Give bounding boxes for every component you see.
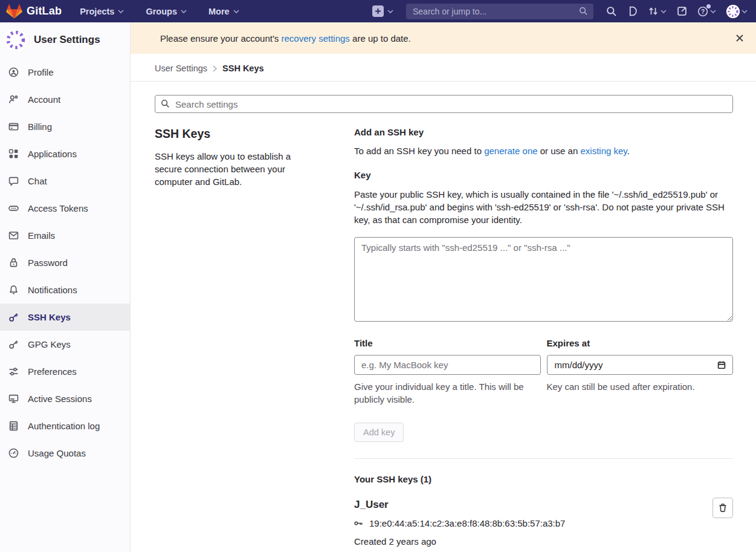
avatar — [726, 5, 740, 18]
key-label: Key — [354, 170, 733, 180]
chevron-down-icon — [741, 10, 748, 13]
chevron-down-icon — [710, 10, 716, 13]
add-ssh-key-intro: To add an SSH key you need to generate o… — [354, 146, 733, 156]
sidebar-item-chat[interactable]: Chat — [0, 167, 130, 195]
breadcrumb-current: SSH Keys — [222, 63, 264, 73]
sidebar-item-usage-quotas[interactable]: Usage Quotas — [0, 440, 130, 467]
key-icon — [8, 312, 19, 322]
sidebar-title: User Settings — [34, 34, 100, 46]
page-description: SSH keys allow you to establish a secure… — [155, 150, 315, 188]
usage-quotas-icon — [8, 448, 19, 458]
todo-icon — [677, 6, 687, 16]
search-button[interactable] — [606, 6, 617, 17]
issues-button[interactable] — [627, 6, 638, 16]
sidebar-item-access-tokens[interactable]: Access Tokens — [0, 195, 130, 222]
gitlab-tanuki-icon — [6, 4, 22, 19]
key-icon — [354, 519, 363, 528]
breadcrumb: User Settings SSH Keys — [131, 54, 756, 82]
chevron-down-icon — [387, 10, 393, 13]
add-key-button[interactable]: Add key — [354, 423, 404, 442]
issues-icon — [627, 6, 638, 16]
sidebar-item-applications[interactable]: Applications — [0, 140, 130, 167]
sidebar-item-emails[interactable]: Emails — [0, 222, 130, 249]
nav-groups[interactable]: Groups — [146, 7, 187, 16]
plus-icon — [372, 5, 384, 17]
ssh-key-item: J_User 19:e0:44:a5:14:c2:3a:e8:f8:48:8b:… — [354, 499, 733, 552]
search-icon — [579, 7, 588, 16]
global-search-input[interactable] — [412, 6, 579, 17]
recovery-settings-link[interactable]: recovery settings — [281, 33, 349, 44]
todos-button[interactable] — [677, 6, 687, 16]
billing-icon — [8, 122, 19, 132]
preferences-icon — [8, 366, 19, 377]
gitlab-home-link[interactable]: GitLab — [6, 4, 62, 19]
merge-requests-menu[interactable] — [648, 6, 667, 16]
gitlab-wordmark: GitLab — [27, 5, 62, 18]
chevron-right-icon — [213, 65, 217, 72]
trash-icon — [718, 503, 728, 513]
sidebar-item-password[interactable]: Password — [0, 249, 130, 276]
svg-text:?: ? — [701, 8, 705, 15]
generate-one-link[interactable]: generate one — [484, 146, 537, 156]
settings-search-input[interactable] — [155, 95, 733, 113]
delete-key-button[interactable] — [712, 498, 733, 518]
settings-search — [155, 95, 733, 113]
sidebar-item-profile[interactable]: Profile — [0, 59, 130, 86]
chat-icon — [8, 176, 19, 186]
sidebar-item-notifications[interactable]: Notifications — [0, 276, 130, 304]
sidebar-item-active-sessions[interactable]: Active Sessions — [0, 385, 130, 412]
global-search[interactable] — [406, 4, 593, 19]
top-navbar: GitLab Projects Groups More — [0, 0, 756, 22]
profile-icon — [8, 67, 19, 77]
sidebar-item-account[interactable]: Account — [0, 86, 130, 113]
sidebar-nav: Profile Account Billing Applications Cha… — [0, 59, 130, 467]
recovery-alert: Please ensure your account's recovery se… — [131, 22, 756, 54]
sidebar-header: User Settings — [0, 22, 130, 59]
key-icon — [8, 339, 19, 349]
expires-at-label: Expires at — [547, 338, 734, 348]
nav-projects[interactable]: Projects — [80, 7, 124, 16]
key-fingerprint-row: 19:e0:44:a5:14:c2:3a:e8:f8:48:8b:63:5b:5… — [354, 518, 697, 528]
account-icon — [8, 94, 19, 105]
key-title-link[interactable]: J_User — [354, 499, 389, 511]
add-ssh-key-heading: Add an SSH key — [354, 127, 733, 137]
key-created: Created 2 years ago — [354, 536, 697, 547]
notification-dot — [706, 4, 711, 8]
breadcrumb-user-settings[interactable]: User Settings — [155, 63, 207, 73]
chevron-down-icon — [233, 10, 239, 13]
key-title-input[interactable] — [354, 355, 541, 375]
access-tokens-icon — [8, 203, 19, 213]
sidebar-item-ssh-keys[interactable]: SSH Keys — [0, 304, 130, 331]
chevron-down-icon — [181, 10, 187, 13]
settings-sidebar: User Settings Profile Account Billing Ap… — [0, 22, 131, 552]
chevron-down-icon — [118, 10, 124, 13]
title-help-text: Give your individual key a title. This w… — [354, 380, 541, 406]
ssh-key-textarea[interactable] — [354, 237, 733, 322]
sidebar-item-authentication-log[interactable]: Authentication log — [0, 412, 130, 440]
applications-icon — [8, 149, 19, 159]
title-label: Title — [354, 338, 541, 348]
search-icon — [606, 6, 617, 17]
key-fingerprint: 19:e0:44:a5:14:c2:3a:e8:f8:48:8b:63:5b:5… — [369, 518, 565, 528]
notifications-icon — [8, 285, 19, 295]
sidebar-item-preferences[interactable]: Preferences — [0, 358, 130, 385]
existing-key-link[interactable]: existing key — [580, 146, 627, 156]
alert-text: Please ensure your account's recovery se… — [160, 33, 411, 44]
calendar-icon — [717, 360, 726, 370]
expires-help-text: Key can still be used after expiration. — [547, 380, 734, 393]
search-icon — [161, 99, 170, 108]
sidebar-item-gpg-keys[interactable]: GPG Keys — [0, 331, 130, 358]
key-help-text: Paste your public SSH key, which is usua… — [354, 188, 733, 226]
sidebar-item-billing[interactable]: Billing — [0, 113, 130, 140]
user-menu[interactable] — [726, 5, 748, 18]
expires-at-input[interactable]: mm/dd/yyyy — [547, 355, 734, 375]
authentication-log-icon — [8, 421, 19, 431]
merge-request-icon — [648, 6, 659, 16]
emails-icon — [8, 230, 19, 241]
chevron-down-icon — [661, 10, 667, 13]
help-menu[interactable]: ? — [697, 6, 716, 17]
avatar — [4, 28, 27, 51]
nav-more[interactable]: More — [208, 7, 239, 16]
new-item-menu[interactable] — [372, 5, 393, 17]
close-icon[interactable] — [733, 31, 746, 45]
